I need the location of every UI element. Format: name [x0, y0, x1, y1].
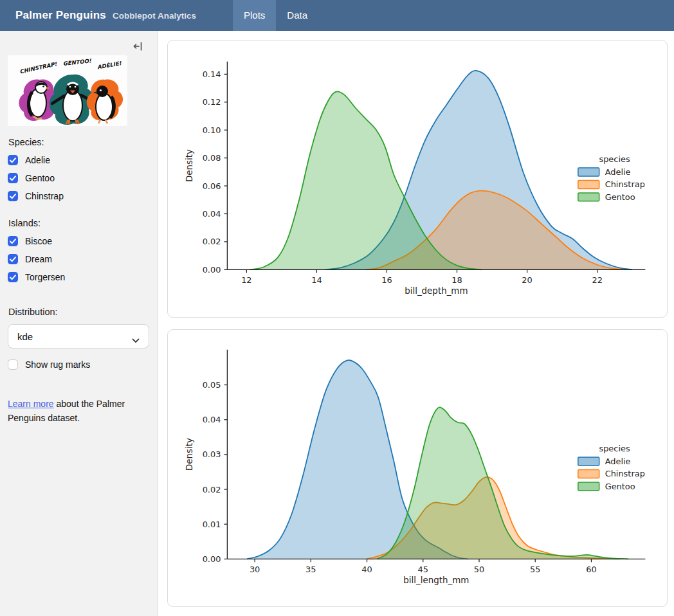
learn-more-link[interactable]: Learn more	[8, 399, 54, 409]
y-axis-label: Density	[185, 149, 194, 182]
checkbox-rug-marks[interactable]	[8, 359, 18, 370]
x-tick-label: 20	[522, 275, 532, 285]
legend-label-adelie: Adelie	[605, 457, 631, 466]
x-axis-label: bill_length_mm	[403, 575, 469, 585]
sidebar-collapse-icon[interactable]	[132, 41, 144, 55]
legend-swatch-chinstrap	[578, 180, 599, 188]
dataset-note: Learn more about the Palmer Penguins dat…	[8, 397, 145, 425]
tab-plots[interactable]: Plots	[233, 0, 276, 31]
check-icon	[10, 257, 16, 262]
check-icon	[10, 176, 16, 181]
check-icon	[10, 158, 16, 163]
x-tick-label: 45	[418, 565, 428, 574]
y-tick-label: 0.04	[203, 209, 221, 219]
y-tick-label: 0.12	[203, 97, 221, 107]
x-tick-label: 16	[381, 275, 392, 285]
y-tick-label: 0.02	[203, 485, 221, 494]
legend-label-chinstrap: Chinstrap	[605, 469, 645, 478]
check-icon	[10, 194, 16, 199]
legend-swatch-chinstrap	[578, 469, 599, 478]
check-icon	[10, 239, 16, 244]
checkbox-label-gentoo: Gentoo	[25, 173, 55, 183]
legend-label-gentoo: Gentoo	[605, 482, 635, 491]
main-content: 1214161820220.000.020.040.060.080.100.12…	[158, 31, 674, 616]
checkbox-chinstrap[interactable]	[8, 191, 18, 201]
checkbox-row-gentoo: Gentoo	[8, 173, 150, 183]
y-tick-label: 0.08	[203, 153, 221, 163]
legend-label-adelie: Adelie	[605, 167, 631, 177]
chevron-down-icon	[132, 334, 140, 346]
checkbox-adelie[interactable]	[8, 155, 18, 165]
x-axis-label: bill_depth_mm	[405, 286, 468, 296]
legend-label-gentoo: Gentoo	[605, 192, 635, 202]
checkbox-label-chinstrap: Chinstrap	[25, 191, 64, 201]
legend-title: species	[599, 444, 630, 453]
tab-data[interactable]: Data	[276, 0, 318, 31]
nav-tabs: Plots Data	[233, 0, 318, 31]
y-tick-label: 0.03	[203, 449, 221, 459]
legend-label-chinstrap: Chinstrap	[605, 179, 645, 189]
distribution-selected-value: kde	[17, 331, 33, 342]
legend-swatch-adelie	[578, 168, 599, 176]
x-tick-label: 40	[361, 565, 372, 574]
checkbox-row-biscoe: Biscoe	[8, 236, 150, 246]
rug-marks-row: Show rug marks	[8, 359, 150, 370]
penguin-artwork: CHINSTRAP! GENTOO! ADÉLIE!	[8, 55, 127, 126]
bill-depth-kde-plot: 1214161820220.000.020.040.060.080.100.12…	[168, 41, 667, 317]
app-title: Palmer Penguins	[15, 9, 106, 22]
legend-title: species	[599, 154, 630, 164]
distribution-select[interactable]: kde	[8, 324, 149, 349]
checkbox-biscoe[interactable]	[8, 236, 18, 246]
y-tick-label: 0.04	[203, 415, 221, 424]
checkbox-torgersen[interactable]	[8, 272, 18, 282]
checkbox-row-chinstrap: Chinstrap	[8, 191, 150, 201]
y-tick-label: 0.05	[203, 380, 221, 390]
y-tick-label: 0.00	[203, 265, 221, 275]
y-tick-label: 0.06	[203, 181, 221, 191]
y-tick-label: 0.14	[203, 69, 221, 79]
legend-swatch-gentoo	[578, 482, 599, 491]
checkbox-label-torgersen: Torgersen	[25, 272, 65, 282]
x-tick-label: 35	[305, 565, 316, 574]
rug-marks-label: Show rug marks	[25, 359, 90, 370]
checkbox-row-torgersen: Torgersen	[8, 272, 150, 282]
navbar: Palmer Penguins Cobblepot Analytics Plot…	[0, 0, 674, 31]
x-tick-label: 14	[311, 275, 322, 285]
checkbox-row-adelie: Adelie	[8, 155, 150, 165]
y-tick-label: 0.10	[203, 125, 221, 135]
checkbox-gentoo[interactable]	[8, 173, 18, 183]
legend-swatch-gentoo	[578, 193, 599, 201]
y-axis-label: Density	[185, 438, 194, 471]
legend-swatch-adelie	[578, 457, 599, 466]
x-tick-label: 22	[592, 275, 602, 285]
x-tick-label: 18	[451, 275, 462, 285]
distribution-label: Distribution:	[8, 307, 150, 317]
bill-length-plot-card: 303540455055600.000.010.020.030.040.05bi…	[167, 329, 668, 607]
checkbox-label-biscoe: Biscoe	[25, 236, 52, 246]
x-tick-label: 60	[586, 565, 596, 574]
checkbox-label-adelie: Adelie	[25, 155, 50, 165]
y-tick-label: 0.02	[203, 237, 221, 246]
x-tick-label: 50	[474, 565, 484, 574]
sidebar: CHINSTRAP! GENTOO! ADÉLIE! Species: Adel…	[0, 31, 158, 616]
y-tick-label: 0.00	[203, 554, 221, 564]
checkbox-label-dream: Dream	[25, 254, 52, 264]
y-tick-label: 0.01	[203, 520, 221, 529]
bill-length-kde-plot: 303540455055600.000.010.020.030.040.05bi…	[168, 330, 667, 606]
x-tick-label: 30	[250, 565, 260, 574]
checkbox-dream[interactable]	[8, 254, 18, 264]
bill-depth-plot-card: 1214161820220.000.020.040.060.080.100.12…	[167, 40, 668, 318]
islands-group-label: Islands:	[8, 218, 150, 228]
x-tick-label: 12	[241, 275, 251, 285]
check-icon	[10, 275, 16, 280]
app-subtitle: Cobblepot Analytics	[113, 11, 196, 21]
checkbox-row-dream: Dream	[8, 254, 150, 264]
brand: Palmer Penguins Cobblepot Analytics	[0, 9, 196, 22]
species-group-label: Species:	[8, 137, 150, 147]
x-tick-label: 55	[530, 565, 540, 574]
